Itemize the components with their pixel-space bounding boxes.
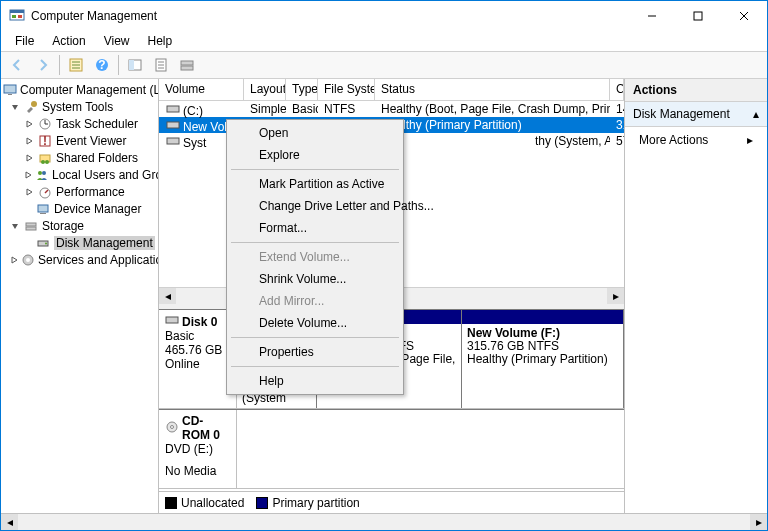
more-actions[interactable]: More Actions ▸ [625, 127, 767, 153]
menu-action[interactable]: Action [44, 32, 93, 50]
window-bottom-scrollbar[interactable]: ◂ ▸ [1, 513, 767, 530]
svg-rect-39 [26, 223, 36, 226]
forward-button[interactable] [31, 54, 55, 76]
svg-point-42 [45, 242, 47, 244]
disk-row: CD-ROM 0 DVD (E:) No Media [159, 409, 624, 489]
expand-icon[interactable] [23, 135, 35, 147]
partition-f[interactable]: New Volume (F:) 315.76 GB NTFS Healthy (… [462, 310, 624, 408]
tree-system-tools[interactable]: System Tools [1, 98, 158, 115]
svg-rect-38 [40, 213, 46, 214]
col-layout[interactable]: Layout [244, 79, 286, 100]
device-icon [35, 201, 51, 217]
actions-section[interactable]: Disk Management ▴ [625, 102, 767, 127]
svg-rect-5 [694, 12, 702, 20]
expand-icon[interactable] [23, 118, 35, 130]
tree-task-scheduler[interactable]: Task Scheduler [1, 115, 158, 132]
tree-services-apps[interactable]: Services and Applications [1, 251, 158, 268]
clock-icon [37, 116, 53, 132]
svg-point-33 [38, 171, 42, 175]
collapse-icon[interactable] [9, 220, 21, 232]
storage-icon [23, 218, 39, 234]
col-filesystem[interactable]: File System [318, 79, 375, 100]
folder-share-icon [37, 150, 53, 166]
expand-icon[interactable] [23, 169, 33, 181]
title-bar: Computer Management [1, 1, 767, 31]
tree-shared-folders[interactable]: Shared Folders [1, 149, 158, 166]
actions-pane: Actions Disk Management ▴ More Actions ▸ [624, 79, 767, 513]
chevron-right-icon: ▸ [747, 133, 753, 147]
ctx-shrink-volume[interactable]: Shrink Volume... [229, 268, 401, 290]
tree-device-manager[interactable]: Device Manager [1, 200, 158, 217]
scroll-left-icon[interactable]: ◂ [1, 514, 18, 530]
svg-rect-15 [129, 60, 134, 70]
ctx-format[interactable]: Format... [229, 217, 401, 239]
svg-point-31 [41, 160, 45, 164]
services-icon [21, 252, 35, 268]
help-button[interactable]: ? [90, 54, 114, 76]
svg-rect-2 [12, 15, 16, 18]
back-button[interactable] [5, 54, 29, 76]
disk-label[interactable]: CD-ROM 0 DVD (E:) No Media [159, 410, 237, 488]
svg-point-50 [171, 425, 174, 428]
maximize-button[interactable] [675, 1, 721, 31]
app-icon [9, 7, 25, 26]
ctx-mark-active[interactable]: Mark Partition as Active [229, 173, 401, 195]
navigation-tree: Computer Management (Local System Tools … [1, 79, 159, 513]
menu-view[interactable]: View [96, 32, 138, 50]
cdrom-icon [165, 420, 179, 437]
svg-rect-3 [18, 15, 22, 18]
tree-local-users[interactable]: Local Users and Groups [1, 166, 158, 183]
show-hide-tree-button[interactable] [64, 54, 88, 76]
minimize-button[interactable] [629, 1, 675, 31]
close-button[interactable] [721, 1, 767, 31]
svg-point-24 [31, 101, 37, 107]
svg-rect-46 [167, 122, 179, 128]
volume-icon [165, 101, 181, 117]
expand-icon[interactable] [23, 152, 35, 164]
refresh-button[interactable] [123, 54, 147, 76]
scroll-right-icon[interactable]: ▸ [607, 288, 624, 304]
svg-rect-22 [4, 85, 16, 93]
volume-icon [165, 117, 181, 133]
ctx-delete-volume[interactable]: Delete Volume... [229, 312, 401, 334]
view-settings-button[interactable] [149, 54, 173, 76]
ctx-explore[interactable]: Explore [229, 144, 401, 166]
tree-storage[interactable]: Storage [1, 217, 158, 234]
ctx-help[interactable]: Help [229, 370, 401, 392]
menu-help[interactable]: Help [140, 32, 181, 50]
col-status[interactable]: Status [375, 79, 610, 100]
disk-icon [165, 314, 179, 329]
menu-file[interactable]: File [7, 32, 42, 50]
svg-text:?: ? [98, 58, 105, 72]
context-menu: Open Explore Mark Partition as Active Ch… [226, 119, 404, 395]
col-volume[interactable]: Volume [159, 79, 244, 100]
svg-rect-48 [166, 317, 178, 323]
volume-list: Volume Layout Type File System Status C … [159, 79, 624, 309]
scroll-left-icon[interactable]: ◂ [159, 288, 176, 304]
scroll-right-icon[interactable]: ▸ [750, 514, 767, 530]
expand-icon[interactable] [23, 186, 35, 198]
ctx-properties[interactable]: Properties [229, 341, 401, 363]
more-button[interactable] [175, 54, 199, 76]
collapse-icon[interactable] [9, 101, 21, 113]
tree-disk-management[interactable]: Disk Management [1, 234, 158, 251]
tools-icon [23, 99, 39, 115]
volume-icon [165, 133, 181, 149]
ctx-extend-volume: Extend Volume... [229, 246, 401, 268]
legend-unallocated-icon [165, 497, 177, 509]
ctx-open[interactable]: Open [229, 122, 401, 144]
tree-event-viewer[interactable]: ! Event Viewer [1, 132, 158, 149]
col-c[interactable]: C [610, 79, 624, 100]
tree-root[interactable]: Computer Management (Local [1, 81, 158, 98]
svg-rect-45 [167, 106, 179, 112]
volume-list-header: Volume Layout Type File System Status C [159, 79, 624, 101]
col-type[interactable]: Type [286, 79, 318, 100]
svg-point-34 [42, 171, 46, 175]
ctx-change-drive-letter[interactable]: Change Drive Letter and Paths... [229, 195, 401, 217]
tree-performance[interactable]: Performance [1, 183, 158, 200]
svg-rect-40 [26, 227, 36, 230]
volume-row[interactable]: (C:) Simple Basic NTFS Healthy (Boot, Pa… [159, 101, 624, 117]
legend-primary-icon [256, 497, 268, 509]
expand-icon[interactable] [9, 254, 19, 266]
svg-rect-47 [167, 138, 179, 144]
